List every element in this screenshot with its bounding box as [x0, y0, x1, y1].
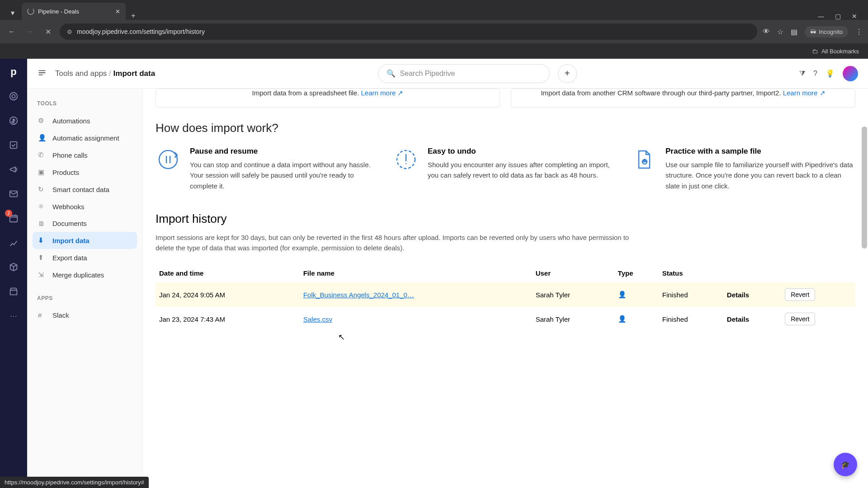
file-link[interactable]: Sales.csv: [303, 315, 332, 323]
add-button[interactable]: +: [558, 64, 577, 83]
rail-tasks-icon[interactable]: [7, 138, 20, 152]
svg-rect-5: [10, 216, 18, 222]
rail-calendar-icon[interactable]: 2: [7, 211, 20, 225]
details-link[interactable]: Details: [727, 315, 749, 323]
history-heading: Import history: [156, 212, 855, 226]
rail-mail-icon[interactable]: [7, 187, 20, 201]
scrollbar[interactable]: [862, 127, 867, 249]
sidebar-item-import-data[interactable]: ⬇Import data: [33, 232, 137, 249]
revert-button[interactable]: Revert: [785, 313, 815, 325]
tab-dropdown[interactable]: ▾: [5, 5, 20, 20]
rail-target-icon[interactable]: [7, 89, 20, 103]
bookmark-star-icon[interactable]: ☆: [777, 28, 783, 36]
sidebar-item-automations[interactable]: ⚙Automations: [33, 112, 137, 129]
learn-more-crm-link[interactable]: Learn more ↗: [783, 89, 826, 97]
undo-icon: [393, 147, 419, 172]
loading-spinner-icon: [27, 8, 34, 15]
svg-point-0: [10, 93, 18, 100]
menu-toggle-icon[interactable]: [37, 68, 47, 80]
slack-icon: #: [38, 311, 47, 319]
import-history-table: Date and time File name User Type Status…: [156, 264, 855, 331]
maximize-icon[interactable]: ▢: [835, 13, 841, 20]
site-settings-icon[interactable]: ⚙: [67, 28, 72, 35]
url-input[interactable]: ⚙ moodjoy.pipedrive.com/settings/import/…: [60, 23, 757, 40]
howto-heading: How does import work?: [156, 121, 855, 135]
status-bar: https://moodjoy.pipedrive.com/settings/i…: [0, 477, 149, 488]
topbar: Tools and apps / Import data 🔍 Search Pi…: [27, 59, 868, 89]
minimize-icon[interactable]: —: [818, 13, 824, 20]
browser-chrome: ▾ Pipeline - Deals ✕ + — ▢ ✕ ← → ✕ ⚙ moo…: [0, 0, 868, 59]
incognito-chip[interactable]: 🕶 Incognito: [805, 26, 848, 38]
new-tab-button[interactable]: +: [126, 12, 141, 20]
refresh-icon: ↻: [38, 185, 47, 193]
details-link[interactable]: Details: [727, 291, 749, 299]
nav-rail: p 2 ⋯: [0, 59, 27, 488]
search-input[interactable]: 🔍 Search Pipedrive: [378, 64, 550, 83]
folder-icon: 🗀: [812, 48, 818, 55]
sidebar-item-documents[interactable]: 🗎Documents: [33, 215, 137, 232]
rail-more-icon[interactable]: ⋯: [7, 309, 20, 323]
breadcrumb-parent[interactable]: Tools and apps: [55, 69, 107, 78]
search-icon: 🔍: [387, 69, 396, 78]
rail-marketplace-icon[interactable]: [7, 285, 20, 298]
help-icon[interactable]: ?: [813, 70, 817, 78]
extensions-icon[interactable]: ⧩: [799, 70, 805, 78]
spreadsheet-import-card: Import data from a spreadsheet file. Lea…: [156, 89, 500, 108]
browser-menu-icon[interactable]: ⋮: [855, 28, 863, 36]
url-text: moodjoy.pipedrive.com/settings/import/hi…: [77, 28, 205, 35]
incognito-icon: 🕶: [810, 28, 816, 35]
all-bookmarks-link[interactable]: All Bookmarks: [821, 48, 859, 55]
sidebar-item-phone-calls[interactable]: ✆Phone calls: [33, 146, 137, 164]
sidebar-item-slack[interactable]: #Slack: [33, 307, 137, 324]
rail-campaigns-icon[interactable]: [7, 163, 20, 176]
phone-icon: ✆: [38, 151, 47, 159]
document-icon: 🗎: [38, 220, 47, 227]
revert-button[interactable]: Revert: [785, 288, 815, 301]
close-tab-icon[interactable]: ✕: [115, 8, 120, 15]
rail-insights-icon[interactable]: [7, 236, 20, 249]
sidebar-item-merge-duplicates[interactable]: ⇲Merge duplicates: [33, 266, 137, 283]
bookmarks-bar: 🗀 All Bookmarks: [0, 43, 868, 59]
assignment-icon: 👤: [38, 134, 47, 142]
sidebar-heading-tools: TOOLS: [33, 98, 137, 112]
file-link[interactable]: Folk_Business Angels_2024_01_0…: [303, 291, 414, 299]
tab-bar: ▾ Pipeline - Deals ✕ + — ▢ ✕: [0, 0, 868, 20]
stop-reload-button[interactable]: ✕: [42, 25, 54, 38]
back-button[interactable]: ←: [5, 25, 18, 38]
reader-icon[interactable]: ▤: [791, 28, 797, 36]
visibility-off-icon[interactable]: 👁: [763, 28, 770, 36]
tab-title: Pipeline - Deals: [38, 8, 79, 15]
download-icon: ⬇: [38, 236, 47, 244]
type-person-icon: 👤: [614, 307, 659, 331]
table-row[interactable]: Jan 24, 2024 9:05 AM Folk_Business Angel…: [156, 282, 855, 307]
sidebar-item-export-data[interactable]: ⬆Export data: [33, 249, 137, 266]
merge-icon: ⇲: [38, 271, 47, 279]
rail-products-icon[interactable]: [7, 260, 20, 274]
table-row[interactable]: Jan 23, 2024 7:43 AM Sales.csv Sarah Tyl…: [156, 307, 855, 331]
file-icon: [631, 147, 656, 172]
crm-import-card: Import data from another CRM software th…: [511, 89, 855, 108]
upload-icon: ⬆: [38, 253, 47, 262]
close-window-icon[interactable]: ✕: [852, 13, 857, 20]
pause-icon: [156, 147, 181, 172]
svg-point-6: [159, 150, 177, 169]
sidebar-item-products[interactable]: ▣Products: [33, 164, 137, 181]
col-user: User: [532, 264, 614, 282]
notification-badge: 2: [5, 210, 12, 217]
learn-more-spreadsheet-link[interactable]: Learn more ↗: [361, 89, 404, 97]
svg-point-1: [12, 94, 15, 98]
history-description: Import sessions are kept for 30 days, bu…: [156, 232, 630, 253]
sidebar-item-automatic-assignment[interactable]: 👤Automatic assignment: [33, 129, 137, 146]
automations-icon: ⚙: [38, 117, 47, 125]
browser-tab[interactable]: Pipeline - Deals ✕: [22, 3, 126, 20]
avatar[interactable]: [843, 66, 858, 81]
sidebar-item-smart-contact-data[interactable]: ↻Smart contact data: [33, 181, 137, 198]
rail-dollar-icon[interactable]: [7, 114, 20, 127]
forward-button[interactable]: →: [24, 25, 36, 38]
sidebar-item-webhooks[interactable]: ⚛Webhooks: [33, 198, 137, 215]
bulb-icon[interactable]: 💡: [826, 69, 835, 78]
logo[interactable]: p: [7, 65, 20, 79]
col-status: Status: [659, 264, 723, 282]
sidebar: TOOLS ⚙Automations 👤Automatic assignment…: [27, 89, 143, 488]
help-fab[interactable]: 🎓: [834, 453, 857, 476]
